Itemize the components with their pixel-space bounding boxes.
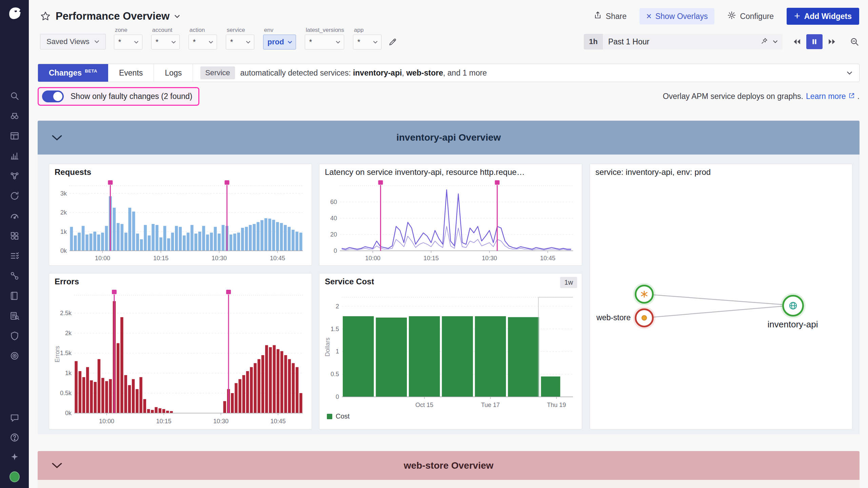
service-cost-chart[interactable]: 00.511.52Oct 15Tue 17Thu 19Dollars	[324, 289, 577, 411]
tab-changes[interactable]: ChangesBETA	[38, 64, 108, 82]
tab-logs[interactable]: Logs	[154, 64, 193, 82]
learn-more-link[interactable]: Learn more	[806, 92, 855, 101]
collapse-chevron-icon[interactable]	[52, 463, 62, 468]
svg-text:60: 60	[330, 199, 337, 205]
metrics-icon[interactable]	[9, 151, 20, 161]
help-icon[interactable]	[9, 432, 20, 443]
datadog-logo[interactable]	[0, 0, 29, 27]
configure-button[interactable]: Configure	[727, 11, 774, 22]
siem-icon[interactable]	[9, 351, 20, 361]
filter-pill-value-box[interactable]: *	[305, 35, 344, 49]
svg-text:2k: 2k	[60, 209, 67, 216]
map-label-web-store[interactable]: web-store	[593, 313, 631, 322]
gear-icon	[727, 11, 736, 22]
external-link-icon	[848, 92, 855, 101]
favorite-star-icon[interactable]	[40, 11, 51, 22]
rum-icon[interactable]	[9, 211, 20, 221]
filter-pill-latest_versions[interactable]: latest_versions*	[305, 27, 344, 49]
pause-button[interactable]	[806, 34, 823, 49]
add-widgets-button[interactable]: + Add Widgets	[787, 8, 859, 25]
filter-pill-env[interactable]: envprod	[263, 27, 296, 49]
saved-views-button[interactable]: Saved Views	[40, 34, 106, 49]
filter-pill-value-box[interactable]: *	[189, 35, 217, 49]
filter-pill-value-box[interactable]: *	[226, 35, 254, 49]
services-dropdown-chevron-icon[interactable]	[847, 71, 852, 75]
svg-text:10:00: 10:00	[99, 418, 114, 425]
svg-text:10:00: 10:00	[365, 255, 380, 262]
filter-pill-zone[interactable]: zone*	[114, 27, 142, 49]
chevron-down-icon	[246, 39, 251, 45]
zoom-out-icon[interactable]	[850, 37, 859, 46]
detected-services-text[interactable]: automatically detected services: invento…	[240, 68, 487, 78]
monitors-icon[interactable]	[9, 251, 20, 261]
ai-assistant-icon[interactable]	[9, 452, 20, 462]
service-node-inventory-api[interactable]	[782, 295, 804, 317]
share-button[interactable]: Share	[593, 11, 627, 22]
logs-icon[interactable]	[9, 291, 20, 301]
service-node-web-store-endpoint[interactable]	[635, 285, 654, 304]
synthetics-icon[interactable]	[9, 191, 20, 201]
svg-text:2k: 2k	[65, 330, 72, 337]
chat-icon[interactable]	[9, 413, 20, 423]
filter-pill-service[interactable]: service*	[226, 27, 254, 49]
cost-legend[interactable]: Cost	[327, 412, 350, 420]
latency-chart[interactable]: 020406010:0010:1510:3010:45	[324, 180, 577, 264]
errors-chart[interactable]: 0k0.5k1k1.5k2k2.5k10:0010:1510:3010:45Er…	[54, 289, 307, 427]
tab-events[interactable]: Events	[108, 64, 154, 82]
inventory-api-section-header[interactable]: inventory-api Overview	[38, 121, 860, 155]
errors-panel: Errors 0k0.5k1k1.5k2k2.5k10:0010:1510:30…	[49, 273, 312, 429]
share-label: Share	[606, 12, 627, 21]
svg-text:1k: 1k	[65, 370, 72, 377]
filter-pill-value-box[interactable]: prod	[263, 35, 296, 49]
svg-text:10:15: 10:15	[156, 418, 171, 425]
chart-title-requests: Requests	[55, 167, 91, 177]
requests-chart[interactable]: 0k1k2k3k10:0010:1510:3010:45	[54, 180, 307, 264]
user-avatar-icon[interactable]	[9, 472, 20, 482]
integrations-icon[interactable]	[9, 231, 20, 241]
edit-filters-icon[interactable]	[388, 38, 397, 46]
dashboards-icon[interactable]	[9, 131, 20, 141]
ci-cd-icon[interactable]	[9, 271, 20, 281]
show-overlays-button[interactable]: × Show Overlays	[639, 8, 714, 24]
asterisk-icon	[640, 290, 649, 299]
watchdog-icon[interactable]	[9, 111, 20, 121]
filter-pill-value-box[interactable]: *	[114, 35, 142, 49]
backward-button[interactable]	[789, 34, 805, 49]
web-store-section-body	[38, 480, 860, 488]
filter-pill-name: account	[152, 27, 180, 34]
search-icon[interactable]	[9, 91, 20, 101]
overlay-note: Overlay APM service deploys on graphs. L…	[663, 92, 860, 101]
service-node-web-store-error[interactable]	[635, 308, 654, 327]
svg-text:2: 2	[336, 303, 339, 310]
filter-pill-action[interactable]: action*	[189, 27, 217, 49]
faulty-changes-toggle[interactable]	[42, 90, 64, 102]
time-range-picker[interactable]: 1h Past 1 Hour	[584, 34, 783, 49]
svg-text:Errors: Errors	[54, 346, 61, 363]
filter-pill-value-box[interactable]: *	[353, 35, 381, 49]
apm-icon[interactable]	[9, 171, 20, 181]
pin-icon[interactable]	[761, 37, 768, 46]
time-chevron-icon[interactable]	[773, 39, 778, 45]
svg-text:Oct 15: Oct 15	[415, 402, 433, 408]
filter-pill-app[interactable]: app*	[353, 27, 381, 49]
page-title[interactable]: Performance Overview	[56, 10, 170, 22]
latency-panel: Latency on service inventory-api, resour…	[319, 164, 582, 266]
sidebar-nav	[0, 91, 29, 361]
filter-pill-value-box[interactable]: *	[151, 35, 180, 49]
svg-text:40: 40	[330, 215, 337, 222]
show-overlays-label: Show Overlays	[655, 12, 708, 21]
svg-text:Dollars: Dollars	[324, 338, 331, 357]
collapse-chevron-icon[interactable]	[52, 135, 62, 141]
timeframe-badge: 1w	[560, 277, 577, 288]
svg-text:1.5: 1.5	[331, 326, 339, 332]
log-explorer-icon[interactable]	[9, 311, 20, 321]
svg-text:0k: 0k	[60, 247, 67, 254]
service-chip[interactable]: Service	[200, 66, 235, 79]
filter-pill-name: env	[264, 27, 296, 34]
forward-button[interactable]	[824, 34, 840, 49]
security-icon[interactable]	[9, 331, 20, 341]
title-chevron-icon[interactable]	[174, 15, 180, 18]
map-label-inventory-api[interactable]: inventory-api	[745, 319, 840, 330]
filter-pill-account[interactable]: account*	[151, 27, 180, 49]
web-store-section-header[interactable]: web-store Overview	[38, 451, 860, 480]
